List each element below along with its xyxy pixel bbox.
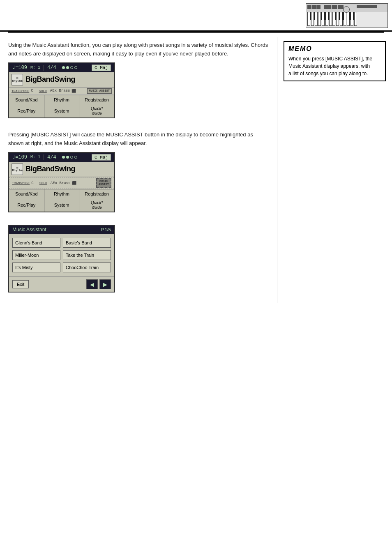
panel2-registration-btn[interactable]: Registration [79, 189, 114, 198]
memo-line2: Music Assistant display appears, with [288, 62, 381, 70]
panel2-quick-guide-btn[interactable]: Quick*Guide [79, 198, 114, 212]
kb-black-key [342, 12, 344, 20]
dot-empty [70, 156, 73, 159]
panel1-system-btn[interactable]: System [44, 104, 79, 117]
display-panel-1: ♩=109 M: 1 4/4 C Maj [8, 62, 115, 119]
ma-items-grid: Glenn's Band Basie's Band Miller-Moon Ta… [9, 234, 114, 276]
memo-box: MEMO When you press [MUSIC ASSIST], the … [284, 41, 386, 81]
panel1-measure: M: 1 [30, 65, 40, 70]
kb-black-key [353, 12, 355, 20]
ma-item-miller-moon[interactable]: Miller-Moon [12, 250, 60, 260]
dot-filled [62, 66, 65, 69]
panel1-transpose-val: C [31, 89, 33, 93]
panel1-music-assist-btn[interactable]: MUSIC ASSIST [87, 88, 112, 94]
panel2-wrapper: ♩=109 M: 1 4/4 C Maj [8, 152, 269, 212]
panel2-sound-kbd-btn[interactable]: Sound/Kbd [9, 189, 44, 198]
panel2-time-sig: 4/4 [44, 154, 56, 160]
ma-title: Music Assistant [12, 227, 46, 233]
kb-white-key [354, 12, 357, 26]
panel1-time-sig: 4/4 [44, 65, 56, 71]
memo-line1: When you press [MUSIC ASSIST], the [288, 55, 381, 62]
ma-header: Music Assistant P.1/5 [9, 226, 114, 234]
kb-rect [332, 5, 337, 9]
panel2-style-icon: ▤ Rhythm [12, 164, 23, 175]
dot-empty [74, 156, 77, 159]
kb-black-key [321, 12, 322, 20]
kb-white-key [315, 12, 318, 26]
ma-exit-btn[interactable]: Exit [12, 280, 29, 288]
kb-keys [306, 12, 387, 28]
panel1-tempo: ♩=109 [12, 64, 27, 71]
ma-next-btn[interactable]: ▶ [99, 279, 111, 289]
panel1-midi-icon: ⬛ [71, 89, 76, 93]
panel2-buttons-row1: Sound/Kbd Rhythm Registration [9, 189, 114, 198]
panel1-transpose-label: TRANSPOSE [12, 89, 29, 93]
kb-white-key [344, 12, 346, 26]
panel1-quick-guide-label: Quick*Guide [91, 106, 103, 115]
kb-rect [312, 5, 316, 9]
ma-nav-buttons: ◀ ▶ [86, 279, 111, 289]
panel2-system-btn[interactable]: System [44, 198, 79, 212]
kb-black-key [324, 12, 326, 20]
panel2-music-assist-btn[interactable]: MUSICASSIST [96, 178, 111, 188]
ma-item-glenns-band[interactable]: Glenn's Band [12, 238, 60, 248]
panel2-key: C Maj [92, 154, 111, 161]
kb-black-key [335, 12, 337, 20]
panel1-style-icon: ▤ Rhythm [12, 74, 23, 85]
kb-rect [316, 5, 321, 9]
dot-filled [66, 66, 69, 69]
panel1-sound-name: AEx Brass [50, 89, 70, 93]
panel2-style-name: BigBandSwing [25, 165, 75, 173]
main-content: Using the Music Assistant function, you … [0, 33, 392, 307]
ma-item-take-the-train[interactable]: Take the Train [63, 250, 111, 260]
panel1-wrapper: ♩=109 M: 1 4/4 C Maj [8, 62, 269, 119]
ma-item-its-misty[interactable]: It's Misty [12, 263, 60, 272]
kb-rect [357, 5, 377, 8]
dot-empty [74, 66, 77, 69]
panel1-registration-btn[interactable]: Registration [79, 95, 114, 104]
panel1-rhythm-btn[interactable]: Rhythm [44, 95, 79, 104]
panel1-music-assist-label: MUSIC ASSIST [89, 90, 110, 93]
body-para2: Pressing [MUSIC ASSIST] will cause the M… [8, 131, 269, 148]
right-column: MEMO When you press [MUSIC ASSIST], the … [277, 37, 392, 303]
panel2-rec-play-btn[interactable]: Rec/Play [9, 198, 44, 212]
ma-item-basies-band[interactable]: Basie's Band [63, 238, 111, 248]
panel2-rhythm-btn[interactable]: Rhythm [44, 189, 79, 198]
kb-dial-icon [343, 6, 350, 13]
kb-rect [324, 5, 331, 9]
ma-page: P.1/5 [101, 227, 111, 232]
panel2-tempo: ♩=109 [12, 154, 27, 160]
memo-title: MEMO [288, 45, 381, 53]
music-assistant-panel: Music Assistant P.1/5 Glenn's Band Basie… [8, 225, 115, 292]
panel1-sound-kbd-btn[interactable]: Sound/Kbd [9, 95, 44, 104]
ma-item-choochoo-train[interactable]: ChooChoo Train [63, 263, 111, 272]
panel2-top-bar: ♩=109 M: 1 4/4 C Maj [9, 153, 114, 162]
top-header [0, 0, 392, 32]
kb-black-key [349, 12, 351, 20]
panel1-buttons-row2: Rec/Play System Quick*Guide [9, 104, 114, 117]
panel2-music-assist-label: MUSICASSIST [99, 180, 109, 186]
panel1-solo-label: SOLO [39, 89, 47, 93]
dots-group2 [62, 156, 77, 159]
panel1-rhythm-label: Rhythm [12, 80, 22, 83]
panel1-dots [62, 66, 77, 69]
ma-footer: Exit ◀ ▶ [9, 276, 114, 292]
panel2-info-row: TRANSPOSE C SOLO AEx Brass ⬛ MUSICASSIST [9, 177, 114, 189]
panel1-style-row: ▤ Rhythm BigBandSwing [9, 72, 114, 88]
dot-filled [66, 156, 69, 159]
panel1-style-name: BigBandSwing [25, 75, 75, 84]
panel2-transpose-val: C [31, 181, 33, 185]
body-para1: Using the Music Assistant function, you … [8, 41, 269, 58]
panel1-key: C Maj [92, 64, 111, 71]
panel1-info-row: TRANSPOSE C SOLO AEx Brass ⬛ MUSIC ASSIS… [9, 88, 114, 95]
panel2-midi-icon: ⬛ [72, 181, 76, 185]
kb-white-key [329, 12, 332, 26]
left-column: Using the Music Assistant function, you … [0, 37, 277, 303]
panel2-solo-label: SOLO [39, 181, 47, 185]
keyboard-illustration [306, 3, 388, 28]
ma-prev-btn[interactable]: ◀ [86, 279, 98, 289]
panel1-rec-play-btn[interactable]: Rec/Play [9, 104, 44, 117]
panel1-quick-guide-btn[interactable]: Quick*Guide [79, 104, 114, 117]
panel1-buttons-row1: Sound/Kbd Rhythm Registration [9, 95, 114, 104]
panel2-measure: M: 1 [30, 155, 40, 159]
